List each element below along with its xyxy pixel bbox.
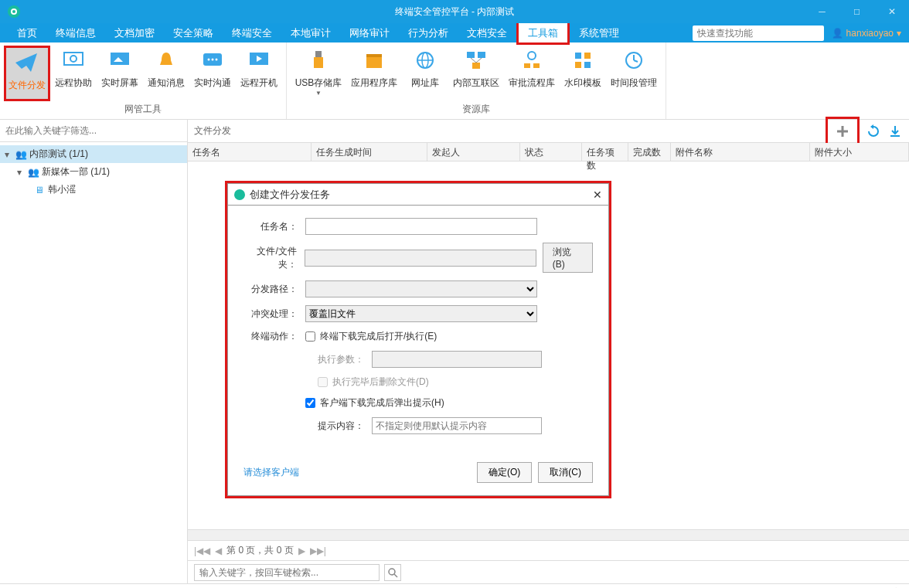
svg-rect-17 <box>467 52 475 58</box>
close-button[interactable]: ✕ <box>874 0 909 23</box>
page-next[interactable]: ▶ <box>298 546 305 556</box>
grid-icon <box>570 47 596 73</box>
checkbox-popup-after[interactable] <box>305 398 315 408</box>
select-conflict[interactable]: 覆盖旧文件 <box>305 305 537 322</box>
usb-icon <box>305 47 332 73</box>
browse-button[interactable]: 浏览(B) <box>543 243 593 273</box>
tree-item-dept[interactable]: ▾ 👥 新媒体一部 (1/1) <box>0 163 187 181</box>
tree-item-user[interactable]: 🖥 韩小滛 <box>0 181 187 199</box>
group-icon: 👥 <box>28 167 39 178</box>
label-open-after: 终端下载完成后打开/执行(E) <box>320 330 437 343</box>
svg-rect-26 <box>584 53 591 59</box>
tree-label: 新媒体一部 (1/1) <box>42 165 110 178</box>
table-header: 任务名 任务生成时间 发起人 状态 任务项数 完成数 附件名称 附件大小 <box>188 143 909 161</box>
th-time[interactable]: 任务生成时间 <box>312 143 427 161</box>
chevron-down-icon: ▾ <box>897 28 901 39</box>
select-path[interactable] <box>305 280 537 297</box>
svg-rect-24 <box>533 63 540 68</box>
label-terminal-action: 终端动作： <box>243 330 305 343</box>
ribbon-url-lib[interactable]: 网址库 <box>402 46 448 101</box>
page-prev[interactable]: ◀ <box>215 546 222 556</box>
menu-terminal-security[interactable]: 终端安全 <box>223 23 281 42</box>
bell-icon <box>153 47 179 73</box>
label-file: 文件/文件夹： <box>243 245 305 271</box>
ribbon-group-resource: 资源库 <box>291 101 662 117</box>
ribbon-approval-lib[interactable]: 审批流程库 <box>504 46 560 101</box>
svg-rect-23 <box>524 63 530 68</box>
ribbon-realtime-screen[interactable]: 实时屏幕 <box>97 46 143 101</box>
ribbon-chat[interactable]: 实时沟通 <box>189 46 236 101</box>
ribbon-time-manage[interactable]: 时间段管理 <box>606 46 662 101</box>
menu-local-audit[interactable]: 本地审计 <box>281 23 340 42</box>
quick-search-input[interactable] <box>693 25 824 41</box>
globe-icon <box>412 47 438 73</box>
ribbon-remote-assist[interactable]: 远程协助 <box>50 46 97 101</box>
menu-doc-security[interactable]: 文档安全 <box>458 23 516 42</box>
svg-rect-2 <box>64 53 83 65</box>
user-icon: 👤 <box>832 28 843 39</box>
ribbon-app-lib[interactable]: 应用程序库 <box>346 46 402 101</box>
sidebar-filter-input[interactable] <box>3 123 184 138</box>
input-taskname[interactable] <box>305 218 537 235</box>
ribbon-notify[interactable]: 通知消息 <box>143 46 189 101</box>
ribbon-watermark[interactable]: 水印模板 <box>560 46 606 101</box>
th-done[interactable]: 完成数 <box>628 143 671 161</box>
th-items[interactable]: 任务项数 <box>582 143 628 161</box>
svg-line-20 <box>471 58 476 63</box>
maximize-button[interactable]: □ <box>839 0 874 23</box>
th-attachname[interactable]: 附件名称 <box>671 143 810 161</box>
app-logo-icon <box>8 5 20 18</box>
ribbon-file-distribute[interactable]: 文件分发 <box>4 46 50 101</box>
ok-button[interactable]: 确定(O) <box>477 462 532 483</box>
svg-point-22 <box>528 52 536 59</box>
svg-rect-27 <box>575 62 581 68</box>
title-bar: 终端安全管控平台 - 内部测试 ─ □ ✕ <box>0 0 909 23</box>
chat-icon <box>199 47 226 73</box>
checkbox-delete-after <box>318 377 328 387</box>
refresh-button[interactable] <box>866 124 881 139</box>
user-menu[interactable]: 👤 hanxiaoyao ▾ <box>832 28 901 39</box>
panel-title: 文件分发 <box>194 124 231 138</box>
svg-rect-18 <box>478 52 485 58</box>
checkbox-open-after[interactable] <box>305 331 315 342</box>
expand-icon[interactable]: ▾ <box>5 149 12 160</box>
svg-rect-11 <box>314 57 323 68</box>
monitor-image-icon <box>107 47 133 73</box>
bottom-search-button[interactable] <box>384 564 401 581</box>
dialog-close-button[interactable]: ✕ <box>593 189 602 201</box>
cancel-button[interactable]: 取消(C) <box>538 462 593 483</box>
th-sender[interactable]: 发起人 <box>427 143 520 161</box>
ribbon-remote-power[interactable]: 远程开机 <box>236 46 282 101</box>
page-last[interactable]: ▶▶| <box>310 546 326 556</box>
add-task-button[interactable] <box>826 117 860 146</box>
menu-security-policy[interactable]: 安全策略 <box>164 23 223 42</box>
tree-label: 韩小滛 <box>48 183 76 196</box>
th-taskname[interactable]: 任务名 <box>188 143 312 161</box>
menu-toolbox[interactable]: 工具箱 <box>519 23 567 42</box>
minimize-button[interactable]: ─ <box>805 0 839 23</box>
menu-terminal-info[interactable]: 终端信息 <box>46 23 105 42</box>
th-status[interactable]: 状态 <box>520 143 582 161</box>
th-attachsize[interactable]: 附件大小 <box>810 143 909 161</box>
horizontal-scrollbar[interactable] <box>188 529 909 540</box>
menu-home[interactable]: 首页 <box>8 23 46 42</box>
bottom-search-input[interactable] <box>194 564 380 581</box>
menu-doc-encrypt[interactable]: 文档加密 <box>105 23 164 42</box>
dropdown-icon: ▼ <box>315 90 322 97</box>
input-tip[interactable] <box>372 417 542 434</box>
expand-icon[interactable]: ▾ <box>17 167 25 178</box>
tree-item-root[interactable]: ▾ 👥 内部测试 (1/1) <box>0 145 187 163</box>
label-taskname: 任务名： <box>243 220 305 233</box>
quick-search[interactable] <box>693 25 824 41</box>
network-icon <box>463 47 489 73</box>
page-first[interactable]: |◀◀ <box>194 546 210 556</box>
menu-behavior[interactable]: 行为分析 <box>399 23 458 42</box>
ribbon-usb-lib[interactable]: USB存储库 ▼ <box>291 46 346 101</box>
select-client-link[interactable]: 请选择客户端 <box>243 466 299 479</box>
download-button[interactable] <box>887 124 903 139</box>
menu-system[interactable]: 系统管理 <box>570 23 628 42</box>
menu-network-audit[interactable]: 网络审计 <box>340 23 399 42</box>
ribbon-internal-net[interactable]: 内部互联区 <box>448 46 504 101</box>
svg-point-6 <box>208 59 210 61</box>
app-title: 终端安全管控平台 - 内部测试 <box>395 5 515 19</box>
